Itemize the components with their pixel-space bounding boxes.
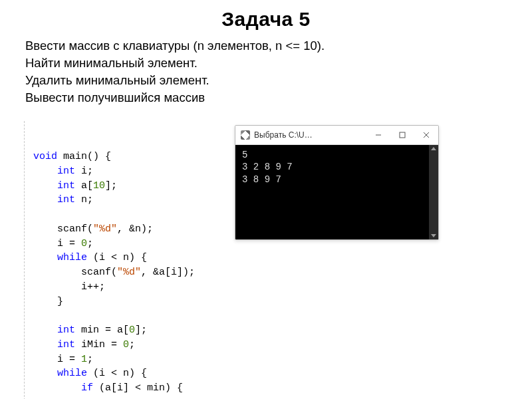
code-token: void: [33, 151, 57, 162]
code-token: if: [81, 382, 93, 394]
console-line: 3 8 9 7: [242, 174, 281, 185]
task-line: Найти минимальный элемент.: [25, 55, 512, 72]
code-token: "%d": [93, 223, 117, 235]
code-token: int: [57, 325, 75, 336]
code-token: i++;: [81, 281, 105, 293]
close-button[interactable]: [414, 126, 438, 144]
console-output: 5 3 2 8 9 7 3 8 9 7: [235, 145, 438, 239]
code-token: a[: [75, 180, 93, 192]
scroll-down-icon[interactable]: [431, 234, 436, 237]
scrollbar[interactable]: [429, 145, 438, 239]
code-token: , &a[i]);: [141, 267, 195, 278]
task-line: Вывести получившийся массив: [25, 89, 512, 106]
code-token: 0: [129, 325, 135, 336]
app-icon: [241, 130, 250, 140]
task-description: Ввести массив с клавиатуры (n элементов,…: [0, 37, 532, 106]
console-window: Выбрать C:\U… 5 3 2 8 9 7 3 8 9 7: [235, 125, 439, 240]
code-token: (i < n) {: [87, 252, 147, 263]
code-token: ;: [87, 354, 93, 365]
scroll-up-icon[interactable]: [431, 147, 436, 150]
code-token: int: [57, 180, 75, 192]
code-token: int: [57, 194, 75, 205]
code-token: ];: [105, 180, 117, 192]
code-token: ];: [135, 325, 147, 336]
console-line: 5: [242, 150, 247, 160]
code-token: , &n);: [117, 223, 153, 235]
code-token: i;: [75, 166, 93, 177]
code-token: ;: [87, 238, 93, 249]
code-token: ;: [129, 339, 135, 350]
maximize-button[interactable]: [390, 126, 414, 144]
code-token: int: [57, 166, 75, 177]
code-token: (a[i] < min) {: [93, 382, 183, 394]
minimize-button[interactable]: [366, 126, 390, 144]
code-token: i =: [57, 354, 81, 365]
code-token: }: [57, 296, 63, 307]
console-line: 3 2 8 9 7: [242, 162, 293, 172]
code-token: 1: [81, 354, 87, 365]
code-token: min = a[: [75, 325, 129, 336]
code-token: while: [57, 252, 87, 263]
svg-rect-1: [400, 132, 405, 138]
window-titlebar: Выбрать C:\U…: [235, 126, 438, 145]
code-token: "%d": [117, 267, 141, 278]
code-token: 0: [123, 339, 129, 350]
code-token: int: [57, 339, 75, 350]
code-token: i =: [57, 238, 81, 249]
code-token: iMin =: [75, 339, 123, 350]
code-listing: void main() { int i; int a[10]; int n; s…: [33, 121, 195, 399]
code-token: (i < n) {: [87, 368, 147, 379]
code-token: main() {: [57, 151, 111, 162]
window-title: Выбрать C:\U…: [254, 130, 313, 140]
page-title: Задача 5: [0, 0, 532, 37]
code-token: 0: [81, 238, 87, 249]
task-line: Удалить минимальный элемент.: [25, 72, 512, 89]
code-token: scanf(: [81, 267, 117, 278]
code-token: 10: [93, 180, 105, 192]
code-token: while: [57, 368, 87, 379]
task-line: Ввести массив с клавиатуры (n элементов,…: [25, 37, 512, 55]
code-token: scanf(: [57, 223, 93, 235]
code-token: n;: [75, 194, 93, 205]
